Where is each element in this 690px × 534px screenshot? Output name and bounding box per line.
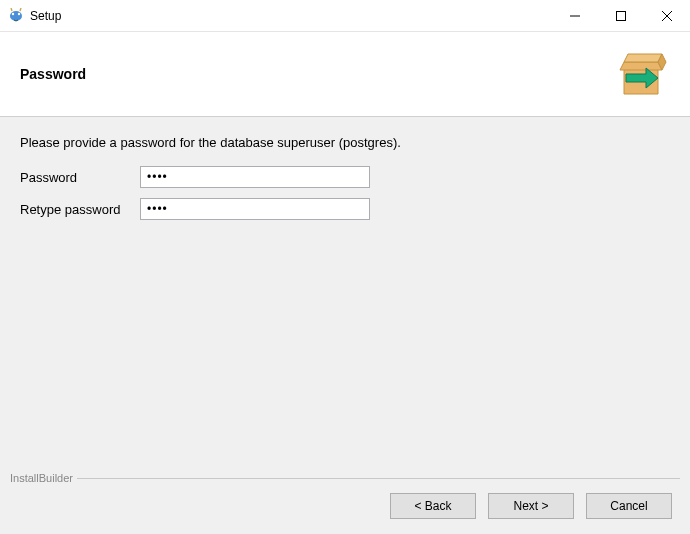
footer-divider: InstallBuilder (10, 472, 680, 484)
retype-password-input[interactable] (140, 198, 370, 220)
password-input[interactable] (140, 166, 370, 188)
svg-rect-4 (617, 11, 626, 20)
wizard-body: Please provide a password for the databa… (0, 117, 690, 472)
wizard-header: Password (0, 32, 690, 117)
cancel-button[interactable]: Cancel (586, 493, 672, 519)
instruction-text: Please provide a password for the databa… (20, 135, 670, 150)
page-heading: Password (20, 66, 86, 82)
svg-point-1 (12, 12, 14, 14)
wizard-footer: InstallBuilder < Back Next > Cancel (0, 472, 690, 534)
back-button[interactable]: < Back (390, 493, 476, 519)
next-button[interactable]: Next > (488, 493, 574, 519)
close-button[interactable] (644, 0, 690, 32)
minimize-button[interactable] (552, 0, 598, 32)
brand-label: InstallBuilder (6, 472, 77, 484)
retype-password-label: Retype password (20, 202, 140, 217)
window-title: Setup (30, 9, 61, 23)
password-label: Password (20, 170, 140, 185)
svg-point-2 (18, 12, 20, 14)
svg-point-0 (10, 11, 22, 21)
maximize-button[interactable] (598, 0, 644, 32)
box-arrow-icon (612, 44, 670, 105)
titlebar: Setup (0, 0, 690, 32)
app-icon (8, 8, 24, 24)
password-row: Password (20, 166, 670, 188)
retype-password-row: Retype password (20, 198, 670, 220)
